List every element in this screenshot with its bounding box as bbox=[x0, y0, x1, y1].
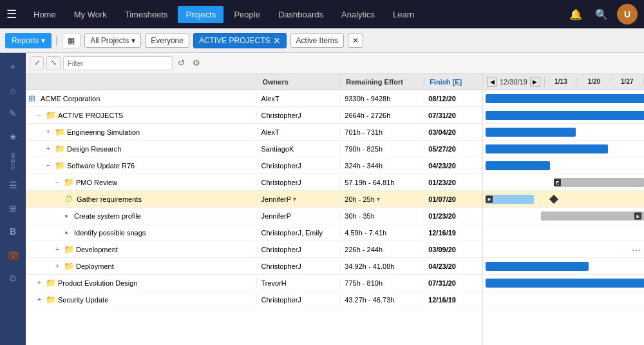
nav-home[interactable]: Home bbox=[26, 6, 64, 23]
table-row[interactable]: − 📁 Software Update R76 ChristopherJ 324… bbox=[26, 157, 482, 174]
tree-table: Owners Remaining Effort Finish [E] ⊞ ACM… bbox=[26, 74, 483, 345]
sidebar-list-icon[interactable]: ☰ bbox=[3, 175, 23, 195]
table-row[interactable]: − 📁 PMO Review ChristopherJ 57.19h - 64.… bbox=[26, 174, 482, 191]
gantt-prev-button[interactable]: ◀ bbox=[487, 77, 497, 87]
folder-gray-icon: 📁 bbox=[64, 177, 74, 187]
cell-owners: ChristopherJ bbox=[258, 179, 341, 186]
table-row[interactable]: + 📁 Product Evolution Design TrevorH 775… bbox=[26, 275, 482, 291]
collapse-icon[interactable]: − bbox=[37, 112, 44, 119]
table-row[interactable]: + 📁 Security Update ChristopherJ 43.27h … bbox=[26, 291, 482, 308]
expand-icon[interactable]: + bbox=[46, 128, 53, 135]
hamburger-icon[interactable]: ☰ bbox=[6, 7, 17, 21]
table-row[interactable]: + 📁 Design Research SantiagoK 790h - 825… bbox=[26, 141, 482, 157]
nav-dashboards[interactable]: Dashboards bbox=[270, 6, 331, 23]
sidebar-home-icon[interactable]: ⌂ bbox=[3, 80, 23, 101]
table-row[interactable]: ⊞ ACME Corporation AlexT 9330h - 9428h 0… bbox=[26, 90, 482, 107]
table-header: Owners Remaining Effort Finish [E] bbox=[26, 74, 482, 90]
owner-dropdown[interactable]: ▾ bbox=[293, 195, 296, 202]
sidebar-star-icon[interactable]: ★ bbox=[3, 126, 23, 147]
expand-icon[interactable]: + bbox=[55, 262, 62, 270]
sidebar-table-icon[interactable]: ⊞ bbox=[3, 198, 23, 219]
cell-owners: AlexT bbox=[258, 128, 341, 136]
expand-icon[interactable]: + bbox=[37, 279, 44, 286]
table-row[interactable]: ● Identify possible snags ChristopherJ, … bbox=[26, 224, 482, 241]
avatar[interactable]: U bbox=[617, 4, 638, 25]
search-input[interactable] bbox=[63, 56, 173, 70]
nav-analytics[interactable]: Analytics bbox=[334, 6, 383, 23]
table-row-selected[interactable]: ⏱ Gather requirements JenniferP ▾ 20h - … bbox=[26, 191, 482, 208]
table-row[interactable]: + 📁 Deployment ChristopherJ 34.92h - 41.… bbox=[26, 258, 482, 275]
reports-button[interactable]: Reports ▾ bbox=[5, 33, 52, 48]
cell-name: + 📁 Engineering Simulation bbox=[26, 127, 258, 137]
gantt-next-button[interactable]: ▶ bbox=[530, 77, 540, 87]
root-icon: ⊞ bbox=[28, 94, 39, 103]
collapse-icon[interactable]: − bbox=[46, 162, 53, 169]
sidebar-edit-icon[interactable]: ✎ bbox=[3, 103, 23, 124]
cell-effort: 43.27h - 46.73h bbox=[341, 296, 424, 304]
sidebar-briefcase-icon[interactable]: 💼 bbox=[3, 244, 23, 265]
divider: | bbox=[55, 35, 58, 46]
all-projects-dropdown: ▾ bbox=[131, 36, 135, 45]
refresh-button[interactable]: ↺ bbox=[175, 57, 187, 69]
gantt-bar bbox=[486, 144, 608, 153]
active-projects-tag[interactable]: ACTIVE PROJECTS ✕ bbox=[193, 33, 287, 48]
active-projects-close[interactable]: ✕ bbox=[273, 35, 281, 46]
expand-icon[interactable]: + bbox=[37, 296, 44, 303]
cell-name: + 📁 Deployment bbox=[26, 261, 258, 271]
effort-dropdown[interactable]: ▾ bbox=[377, 195, 380, 202]
row-name: Design Research bbox=[67, 145, 121, 153]
folder-icon: 📁 bbox=[64, 244, 74, 254]
row-name: ACME Corporation bbox=[41, 95, 100, 103]
gantt-row bbox=[483, 258, 644, 275]
sidebar-circle-icon[interactable]: ⊙ bbox=[3, 268, 23, 288]
all-projects-tag[interactable]: All Projects ▾ bbox=[84, 34, 141, 48]
gantt-date-2: 1/20 bbox=[578, 78, 611, 85]
search-icon[interactable]: 🔍 bbox=[591, 4, 612, 25]
cell-owners: ChristopherJ bbox=[258, 262, 341, 270]
gantt-bar-light bbox=[486, 195, 534, 204]
gantt-current-date: 12/30/19 bbox=[500, 78, 527, 86]
collapse-all-button[interactable]: ⤡ bbox=[46, 56, 61, 70]
content-area: ⤢ ⤡ ↺ ⚙ Owners Remaining Effort Finish [… bbox=[26, 53, 644, 345]
active-projects-label: ACTIVE PROJECTS bbox=[199, 36, 270, 45]
filter-button[interactable]: ▦ bbox=[62, 33, 80, 48]
everyone-tag[interactable]: Everyone bbox=[145, 34, 189, 48]
cell-finish: 04/23/20 bbox=[424, 262, 482, 270]
sidebar: ＋ ⌂ ✎ ★ VIEW ☰ ⊞ B 💼 ⊙ bbox=[0, 53, 26, 345]
collapse-icon[interactable]: − bbox=[55, 179, 62, 186]
table-row[interactable]: − 📁 ACTIVE PROJECTS ChristopherJ 2664h -… bbox=[26, 107, 482, 124]
settings-button[interactable]: ⚙ bbox=[190, 57, 203, 69]
gantt-row: ··· bbox=[483, 241, 644, 258]
active-items-tag[interactable]: Active Items bbox=[290, 34, 344, 48]
gantt-bar bbox=[486, 111, 644, 120]
cell-name: + 📁 Product Evolution Design bbox=[26, 278, 257, 288]
expand-icon[interactable]: + bbox=[46, 145, 53, 152]
expand-icon[interactable]: + bbox=[55, 246, 62, 253]
notifications-icon[interactable]: 🔔 bbox=[565, 4, 586, 25]
expand-all-button[interactable]: ⤢ bbox=[30, 56, 44, 70]
cell-name: − 📁 Software Update R76 bbox=[26, 161, 258, 170]
cell-owners: JenniferP ▾ bbox=[258, 195, 341, 203]
cell-name: ● Create system profile bbox=[26, 212, 258, 220]
effort-value: 20h - 25h bbox=[345, 195, 374, 203]
table-row[interactable]: + 📁 Development ChristopherJ 226h - 244h… bbox=[26, 241, 482, 258]
table-row[interactable]: + 📁 Engineering Simulation AlexT 701h - … bbox=[26, 124, 482, 141]
table-row[interactable]: ● Create system profile JenniferP 30h - … bbox=[26, 208, 482, 224]
gantt-header: ◀ 12/30/19 ▶ 1/13 1/20 1/27 bbox=[483, 74, 644, 90]
cell-effort: 324h - 344h bbox=[341, 162, 424, 170]
nav-learn[interactable]: Learn bbox=[385, 6, 422, 23]
nav-projects[interactable]: Projects bbox=[178, 6, 223, 23]
close-filter-tag[interactable]: ✕ bbox=[348, 34, 363, 48]
nav-timesheets[interactable]: Timesheets bbox=[117, 6, 176, 23]
sidebar-add-icon[interactable]: ＋ bbox=[3, 57, 23, 77]
gantt-bar bbox=[486, 262, 589, 271]
cell-name: + 📁 Design Research bbox=[26, 144, 258, 153]
nav-people[interactable]: People bbox=[226, 6, 267, 23]
nav-mywork[interactable]: My Work bbox=[66, 6, 115, 23]
sidebar-b-icon[interactable]: B bbox=[3, 221, 23, 242]
cell-finish: 07/31/20 bbox=[424, 279, 482, 287]
filter-icon: ▦ bbox=[68, 36, 75, 45]
all-projects-label: All Projects bbox=[90, 36, 129, 45]
gantt-e-badge: E bbox=[554, 179, 561, 186]
cell-owners: TrevorH bbox=[257, 279, 341, 287]
